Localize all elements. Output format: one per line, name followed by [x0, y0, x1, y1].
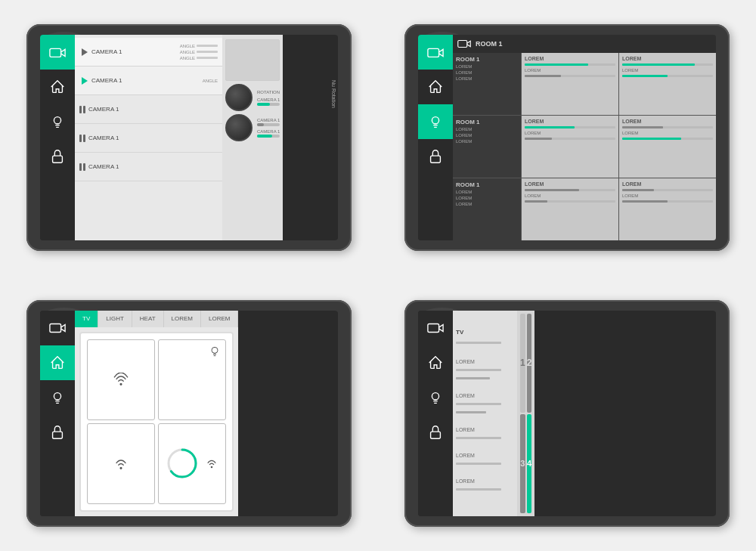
- camera-row-5[interactable]: CAMERA 1: [75, 153, 222, 181]
- sidebar-icon-light-2[interactable]: [418, 104, 453, 139]
- svg-rect-5: [428, 49, 439, 57]
- t4-line-2b: [456, 411, 486, 413]
- mini-slider-fill-8: [622, 138, 681, 140]
- light-icon-4: [427, 389, 444, 406]
- t4-item-lorem-2: LOREM: [456, 393, 514, 398]
- t4-cell-3[interactable]: 3: [520, 414, 525, 513]
- sidebar-icon-light-4[interactable]: [418, 380, 453, 415]
- t4-item-lorem-5: LOREM: [456, 478, 514, 484]
- svg-marker-3: [82, 48, 88, 56]
- home-icon-2: [427, 79, 444, 95]
- rotation-knob[interactable]: [225, 84, 253, 111]
- tablet-1: CAMERA 1 ANGLE ANGLE ANGLE CAMERA 1 ANGL…: [0, 0, 378, 276]
- room-section-3-header: ROOM 1 LOREM LOREM LOREM: [453, 178, 521, 240]
- t4-cell-2[interactable]: 2: [527, 314, 532, 413]
- sidebar-icon-home-4[interactable]: [418, 345, 453, 380]
- camera-label-3: CAMERA 1: [88, 106, 218, 113]
- camera-slider-label-1: CAMERA 1: [257, 98, 280, 102]
- slider-row-2: CAMERA 1: [257, 118, 280, 126]
- sidebar-icon-light-1[interactable]: [40, 104, 75, 139]
- play-icon-2: [79, 76, 88, 85]
- slider-track-3[interactable]: [257, 135, 280, 138]
- tab-lorem2[interactable]: LOREM: [201, 311, 238, 327]
- svg-point-12: [212, 347, 218, 353]
- t3-tab-bar: TV LIGHT HEAT LOREM LOREM: [75, 311, 238, 327]
- sidebar-icon-camera-3[interactable]: [40, 311, 75, 345]
- home-icon-4: [427, 354, 444, 371]
- t4-cell-1[interactable]: 1: [520, 314, 525, 413]
- sidebar-icon-home-2[interactable]: [418, 70, 453, 104]
- home-icon-1: [49, 79, 66, 95]
- sidebar-1: [40, 35, 75, 240]
- svg-point-16: [432, 392, 438, 399]
- mini-slider-4[interactable]: [622, 75, 713, 77]
- light-icon-3: [49, 389, 66, 406]
- room1-title: ROOM 1: [456, 56, 518, 63]
- tablet-2: ROOM 1 ROOM 1 LOREM LOREM LOREM LOREM: [378, 0, 756, 276]
- knob-2[interactable]: [225, 114, 253, 141]
- room2-cell-2: LOREM LOREM: [619, 116, 716, 178]
- sidebar-icon-light-3[interactable]: [40, 380, 75, 415]
- mini-slider-6[interactable]: [525, 138, 615, 140]
- sidebar-icon-lock-3[interactable]: [40, 415, 75, 450]
- camera-label-5: CAMERA 1: [88, 163, 218, 170]
- lorem-s4: LOREM: [622, 131, 713, 135]
- mini-slider-8[interactable]: [622, 138, 713, 140]
- slider-fill-1: [257, 103, 270, 106]
- svg-point-1: [54, 117, 60, 124]
- tab-lorem1[interactable]: LOREM: [164, 311, 201, 327]
- mini-slider-3[interactable]: [622, 63, 713, 66]
- header-camera-icon: [457, 39, 471, 49]
- sidebar-icon-lock-2[interactable]: [418, 139, 453, 174]
- sidebar-icon-home-1[interactable]: [40, 70, 75, 104]
- knob-row-rotation: ROTATION CAMERA 1: [225, 84, 280, 111]
- mini-slider-11[interactable]: [622, 189, 713, 191]
- camera-row-3[interactable]: CAMERA 1: [75, 95, 222, 124]
- camera-row-4[interactable]: CAMERA 1: [75, 124, 222, 153]
- camera-slider-label-3: CAMERA 1: [257, 129, 280, 134]
- slider-track-1[interactable]: [257, 103, 280, 106]
- t3-main-content: TV LIGHT HEAT LOREM LOREM: [75, 311, 238, 516]
- angle-label-2: ANGLE: [203, 79, 218, 83]
- t1-camera-list: CAMERA 1 ANGLE ANGLE ANGLE CAMERA 1 ANGL…: [75, 35, 222, 240]
- tab-tv[interactable]: TV: [75, 311, 98, 327]
- tab-light[interactable]: LIGHT: [98, 311, 132, 327]
- camera-row-2[interactable]: CAMERA 1 ANGLE: [75, 67, 222, 95]
- tab-heat[interactable]: HEAT: [132, 311, 164, 327]
- sidebar-icon-home-3[interactable]: [40, 345, 75, 380]
- room-section-3: ROOM 1 LOREM LOREM LOREM LOREM LOREM: [453, 178, 716, 240]
- angle-stack-1: ANGLE ANGLE ANGLE: [180, 44, 218, 60]
- sidebar-icon-camera-4[interactable]: [418, 311, 453, 345]
- angle-item-2: ANGLE: [180, 50, 218, 54]
- t4-line-3: [456, 437, 501, 439]
- mini-slider-2[interactable]: [525, 75, 615, 77]
- camera-icon-4: [427, 320, 444, 336]
- mini-slider-1[interactable]: [525, 63, 615, 66]
- sidebar-icon-camera-2[interactable]: [418, 35, 453, 70]
- t1-right-panel: ROTATION CAMERA 1 CAMERA 1: [222, 35, 283, 240]
- svg-rect-7: [431, 156, 441, 163]
- lorem-title-5: LOREM: [525, 181, 615, 187]
- room3-cell-2: LOREM LOREM: [619, 178, 716, 240]
- svg-rect-15: [428, 323, 439, 332]
- wifi-icon-tl: [113, 373, 129, 386]
- light-icon-2: [427, 113, 444, 130]
- sidebar-icon-lock-1[interactable]: [40, 139, 75, 174]
- room-section-1-header: ROOM 1 LOREM LOREM LOREM: [453, 53, 521, 115]
- room-tl: [87, 339, 155, 420]
- t2-room-grid: ROOM 1 LOREM LOREM LOREM LOREM LOREM: [453, 53, 716, 240]
- t4-cell-4[interactable]: 4: [527, 414, 532, 513]
- sidebar-icon-camera-1[interactable]: [40, 35, 75, 70]
- mini-slider-7[interactable]: [622, 126, 713, 128]
- lorem-s5: LOREM: [525, 193, 615, 198]
- screen-2: ROOM 1 ROOM 1 LOREM LOREM LOREM LOREM: [418, 35, 716, 240]
- mini-slider-5[interactable]: [525, 126, 615, 128]
- mini-slider-10[interactable]: [525, 200, 615, 203]
- camera-row-1[interactable]: CAMERA 1 ANGLE ANGLE ANGLE: [75, 38, 222, 67]
- sidebar-icon-lock-4[interactable]: [418, 415, 453, 450]
- mini-slider-12[interactable]: [622, 200, 713, 203]
- mini-slider-9[interactable]: [525, 189, 615, 191]
- mini-slider-fill-7: [622, 126, 663, 128]
- slider-track-2[interactable]: [257, 123, 280, 126]
- lorem-3a: LOREM: [456, 190, 518, 194]
